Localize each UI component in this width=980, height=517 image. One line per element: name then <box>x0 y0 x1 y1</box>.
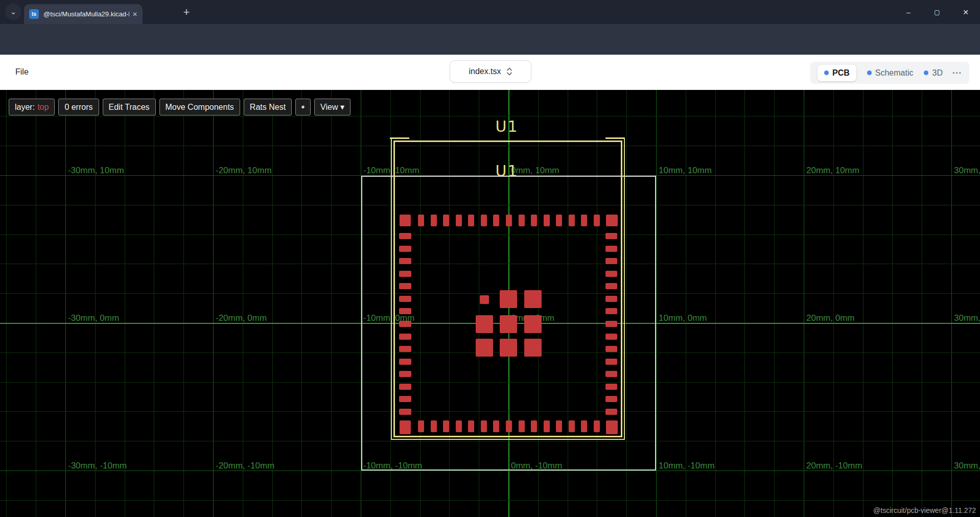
pcb-pad[interactable] <box>418 420 424 432</box>
pcb-pad[interactable] <box>493 420 499 432</box>
pcb-pad[interactable] <box>556 420 562 432</box>
pcb-pad[interactable] <box>569 420 575 432</box>
tab-pcb[interactable]: PCB <box>818 65 856 81</box>
pcb-pad[interactable] <box>481 420 487 432</box>
pcb-pad[interactable] <box>399 246 411 252</box>
pcb-pad[interactable] <box>500 339 517 357</box>
pcb-pad[interactable] <box>506 420 512 432</box>
pcb-pad[interactable] <box>456 420 462 432</box>
pcb-pad[interactable] <box>605 296 617 302</box>
pcb-pad[interactable] <box>605 371 617 377</box>
file-selector-dropdown[interactable]: index.tsx <box>450 60 531 83</box>
pcb-pad[interactable] <box>605 359 617 365</box>
window-minimize-button[interactable]: – <box>894 0 923 24</box>
tab-schematic[interactable]: Schematic <box>867 68 914 78</box>
tab-close-icon[interactable]: ✕ <box>132 11 137 18</box>
pcb-pad[interactable] <box>594 420 600 432</box>
refdes-label: U1 <box>495 118 518 135</box>
window-close-button[interactable]: ✕ <box>951 0 980 24</box>
pcb-pad[interactable] <box>605 346 617 352</box>
pcb-pad[interactable] <box>468 420 474 432</box>
view-more-button[interactable]: ··· <box>952 68 962 78</box>
pcb-canvas[interactable]: -30mm, 10mm-20mm, 10mm-10mm, 10mm0mm, 10… <box>0 90 980 517</box>
move-components-button[interactable]: Move Components <box>159 99 240 115</box>
pcb-pad[interactable] <box>581 215 587 226</box>
pcb-pad[interactable] <box>399 346 411 352</box>
pcb-pad[interactable] <box>399 359 411 365</box>
pcb-pad[interactable] <box>443 420 449 432</box>
pcb-pad[interactable] <box>524 290 542 308</box>
pcb-pad[interactable] <box>519 420 525 432</box>
pcb-pad[interactable] <box>506 215 512 226</box>
pcb-pad[interactable] <box>399 321 411 327</box>
errors-button[interactable]: 0 errors <box>58 99 99 115</box>
pcb-pad[interactable] <box>605 384 617 390</box>
pcb-pad[interactable] <box>443 215 449 226</box>
rats-nest-button[interactable]: Rats Nest <box>244 99 292 115</box>
pcb-pad[interactable] <box>606 215 618 226</box>
pcb-pad[interactable] <box>431 215 437 226</box>
pcb-pad[interactable] <box>605 308 617 314</box>
pcb-pad[interactable] <box>468 215 474 226</box>
pcb-pad[interactable] <box>605 321 617 327</box>
pcb-pad[interactable] <box>399 296 411 302</box>
pcb-pad[interactable] <box>544 215 550 226</box>
pcb-pad[interactable] <box>399 308 411 314</box>
layer-button[interactable]: layer: top <box>9 99 55 115</box>
pcb-pad[interactable] <box>569 215 575 226</box>
pcb-pad[interactable] <box>500 290 517 308</box>
pcb-pad[interactable] <box>400 420 411 434</box>
pcb-pad[interactable] <box>476 339 493 357</box>
pcb-pad[interactable] <box>606 420 618 434</box>
browser-tab[interactable]: ts @tsci/MustafaMulla29.kicad-lib ✕ <box>24 4 143 24</box>
edit-pencil-button[interactable] <box>295 99 311 115</box>
pcb-pad[interactable] <box>399 283 411 289</box>
pcb-pad[interactable] <box>524 315 542 333</box>
pcb-pad[interactable] <box>605 246 617 252</box>
pcb-pad[interactable] <box>544 420 550 432</box>
pcb-pad[interactable] <box>531 215 537 226</box>
grid-line <box>715 90 716 517</box>
pcb-pad[interactable] <box>581 420 587 432</box>
pcb-pad[interactable] <box>500 315 517 333</box>
pcb-pad[interactable] <box>556 215 562 226</box>
pcb-pad[interactable] <box>476 315 493 333</box>
pcb-pad[interactable] <box>418 215 424 226</box>
edit-traces-button[interactable]: Edit Traces <box>103 99 156 115</box>
pcb-pad[interactable] <box>531 420 537 432</box>
pcb-pad[interactable] <box>605 409 617 415</box>
pcb-pad[interactable] <box>605 233 617 239</box>
pcb-pad[interactable] <box>594 215 600 226</box>
pcb-pad[interactable] <box>399 409 411 415</box>
file-menu-button[interactable]: File <box>15 67 29 77</box>
grid-line <box>183 90 184 517</box>
pcb-pad[interactable] <box>605 396 617 402</box>
pcb-pad[interactable] <box>399 258 411 264</box>
pcb-pad[interactable] <box>431 420 437 432</box>
3d-dot-icon <box>924 70 928 75</box>
pcb-pad[interactable] <box>399 396 411 402</box>
tab-search-icon[interactable]: ⌄ <box>5 4 21 20</box>
new-tab-button[interactable]: + <box>179 5 194 20</box>
view-dropdown-button[interactable]: View ▾ <box>314 99 351 115</box>
pcb-pad[interactable] <box>399 384 411 390</box>
pcb-pad[interactable] <box>399 233 411 239</box>
pcb-pad[interactable] <box>480 295 489 304</box>
pcb-pad[interactable] <box>481 215 487 226</box>
pcb-pad[interactable] <box>399 271 411 277</box>
pcb-pad[interactable] <box>605 283 617 289</box>
grid-coordinate-label: 20mm, 0mm <box>806 313 854 323</box>
pcb-pad[interactable] <box>605 258 617 264</box>
pcb-pad[interactable] <box>399 334 411 340</box>
pcb-pad[interactable] <box>605 334 617 340</box>
pcb-pad[interactable] <box>524 339 542 357</box>
pcb-pad[interactable] <box>519 215 525 226</box>
pcb-pad[interactable] <box>456 215 462 226</box>
pcb-pad[interactable] <box>605 271 617 277</box>
grid-coordinate-label: 30mm, -10mm <box>954 461 980 471</box>
window-maximize-button[interactable]: ▢ <box>923 0 951 24</box>
pcb-pad[interactable] <box>400 215 411 226</box>
tab-3d[interactable]: 3D <box>924 68 942 78</box>
pcb-pad[interactable] <box>493 215 499 226</box>
pcb-pad[interactable] <box>399 371 411 377</box>
